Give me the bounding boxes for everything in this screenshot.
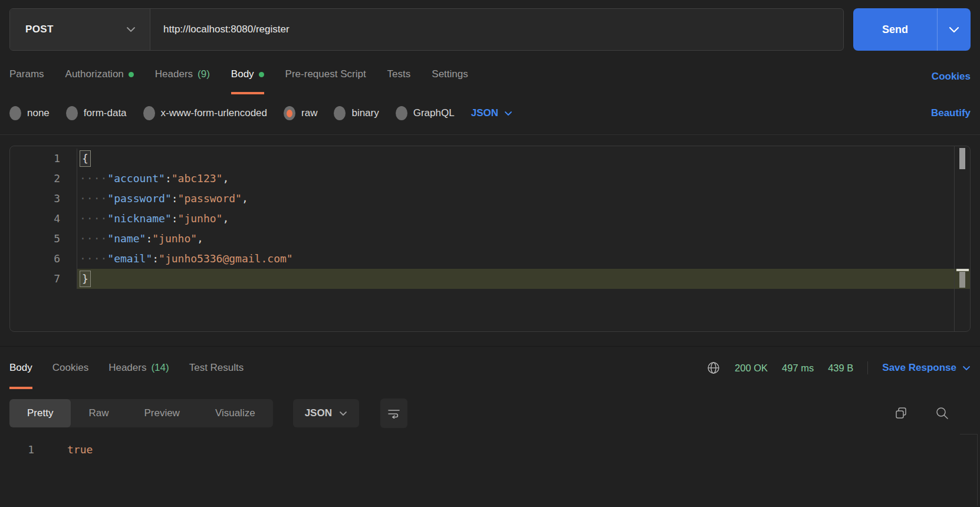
save-response-button[interactable]: Save Response <box>882 362 971 374</box>
radio-icon <box>9 106 21 120</box>
tab-params[interactable]: Params <box>9 68 44 94</box>
status-code: 200 OK <box>735 363 768 374</box>
method-dropdown[interactable]: POST <box>10 9 150 50</box>
tab-tests[interactable]: Tests <box>387 68 411 94</box>
raw-language-dropdown[interactable]: JSON <box>471 107 512 119</box>
editor-scrollbar-track[interactable] <box>954 146 970 331</box>
copy-icon[interactable] <box>894 406 908 420</box>
body-type-form-data[interactable]: form-data <box>66 106 127 120</box>
view-preview[interactable]: Preview <box>126 399 197 427</box>
view-visualize[interactable]: Visualize <box>198 399 273 427</box>
request-body-section: 1 { 2 ····"account":"abc123", 3 ····"pas… <box>0 134 980 339</box>
response-tab-cookies[interactable]: Cookies <box>52 347 88 389</box>
code-line: 3 ····"password":"password", <box>10 189 970 209</box>
search-icon[interactable] <box>935 406 949 420</box>
url-control: POST <box>9 8 844 51</box>
body-status-dot <box>259 72 264 77</box>
body-type-none[interactable]: none <box>9 106 50 120</box>
wrap-text-button[interactable] <box>380 399 407 428</box>
tab-authorization[interactable]: Authorization <box>65 68 134 94</box>
view-pretty[interactable]: Pretty <box>9 399 71 427</box>
code-line: 1 { <box>10 149 970 169</box>
tab-headers[interactable]: Headers (9) <box>155 68 210 94</box>
url-input[interactable] <box>150 9 843 50</box>
code-line: 5 ····"name":"junho", <box>10 229 970 249</box>
send-button[interactable]: Send <box>853 8 937 51</box>
scrollbar-cursor-marker <box>959 272 965 288</box>
response-size: 439 B <box>828 363 853 374</box>
resp-json-chevron-down-icon <box>339 411 347 416</box>
editor-scrollbar-thumb[interactable] <box>959 148 965 169</box>
response-scrollbar-track[interactable] <box>977 434 978 506</box>
response-view-switcher: Pretty Raw Preview Visualize <box>9 399 273 427</box>
divider <box>867 361 868 374</box>
tab-pre-request-script[interactable]: Pre-request Script <box>285 68 366 94</box>
globe-icon[interactable] <box>706 361 721 375</box>
response-language-dropdown[interactable]: JSON <box>293 399 359 427</box>
radio-icon <box>66 106 78 120</box>
response-tab-body[interactable]: Body <box>9 347 32 389</box>
response-actions <box>894 406 971 420</box>
response-scrollbar-corner <box>960 434 978 434</box>
headers-count: (9) <box>198 68 210 80</box>
request-body-editor[interactable]: 1 { 2 ····"account":"abc123", 3 ····"pas… <box>9 146 971 332</box>
response-line: 1 true <box>0 441 980 459</box>
code-line: 4 ····"nickname":"junho", <box>10 209 970 229</box>
wrap-text-icon <box>387 408 400 419</box>
code-line: 2 ····"account":"abc123", <box>10 169 970 189</box>
radio-icon <box>396 106 407 120</box>
open-brace: { <box>80 150 91 167</box>
json-chevron-down-icon <box>504 111 512 116</box>
tab-body[interactable]: Body <box>231 68 264 94</box>
response-time: 497 ms <box>782 363 814 374</box>
send-group: Send <box>853 8 971 51</box>
body-type-urlencoded[interactable]: x-www-form-urlencoded <box>143 106 267 120</box>
request-url-bar: POST Send <box>9 8 971 51</box>
authorization-status-dot <box>129 72 134 77</box>
code-line-active: 7 } <box>10 269 970 289</box>
tab-settings[interactable]: Settings <box>432 68 468 94</box>
response-value: true <box>67 441 93 459</box>
body-type-binary[interactable]: binary <box>334 106 379 120</box>
response-header: Body Cookies Headers (14) Test Results 2… <box>0 346 980 389</box>
body-type-raw[interactable]: raw <box>284 106 317 120</box>
close-brace: } <box>80 271 91 287</box>
response-tab-test-results[interactable]: Test Results <box>189 347 244 389</box>
radio-icon <box>334 106 346 120</box>
cookies-link[interactable]: Cookies <box>932 71 971 94</box>
request-tabs: Params Authorization Headers (9) Body Pr… <box>0 51 980 94</box>
beautify-link[interactable]: Beautify <box>931 107 971 119</box>
response-headers-count: (14) <box>151 362 169 374</box>
radio-selected-icon <box>284 106 295 120</box>
scrollbar-cursor-marker <box>956 269 969 271</box>
code-line: 6 ····"email":"junho5336@gmail.com" <box>10 249 970 269</box>
method-label: POST <box>25 24 54 35</box>
active-line-highlight <box>77 269 970 289</box>
radio-icon <box>143 106 155 120</box>
view-raw[interactable]: Raw <box>71 399 126 427</box>
response-tab-headers[interactable]: Headers (14) <box>108 347 169 389</box>
body-type-graphql[interactable]: GraphQL <box>396 106 455 120</box>
save-response-chevron-down-icon <box>962 366 971 371</box>
send-options-button[interactable] <box>937 8 971 51</box>
response-toolbar: Pretty Raw Preview Visualize JSON <box>9 399 971 428</box>
response-body-viewer[interactable]: 1 true <box>0 441 980 459</box>
body-type-selector: none form-data x-www-form-urlencoded raw… <box>0 94 980 120</box>
send-chevron-down-icon <box>949 27 959 33</box>
chevron-down-icon <box>126 27 136 32</box>
response-meta: 200 OK 497 ms 439 B Save Response <box>706 347 971 389</box>
